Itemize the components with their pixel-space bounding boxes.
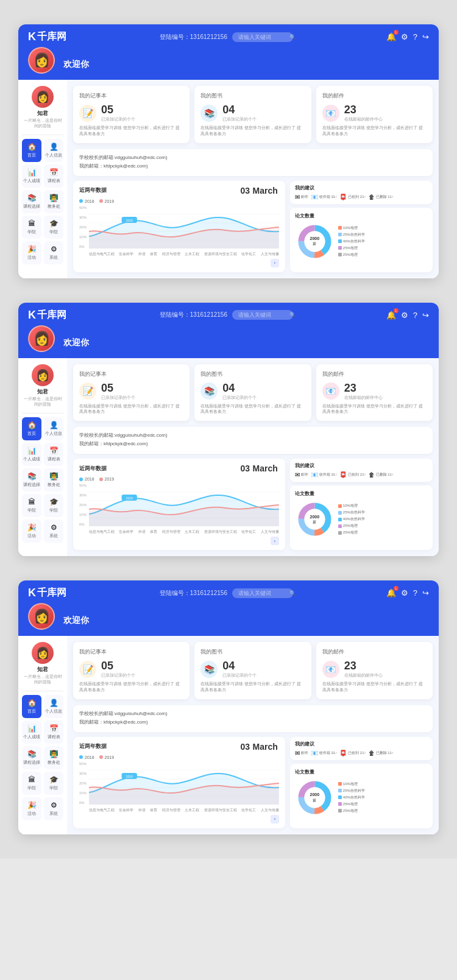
gear-icon[interactable]: ⚙ <box>401 32 408 41</box>
home-icon-3: 🏠 <box>27 699 37 707</box>
sidebar-item-profile[interactable]: 👤 个人信息 <box>44 139 63 162</box>
sidebar-item-schedule-2[interactable]: 📅 课程表 <box>44 443 63 466</box>
logout-icon-3[interactable]: ↪ <box>422 588 429 598</box>
sidebar-item-profile-3[interactable]: 👤 个人信息 <box>44 695 63 718</box>
activity-icon-2: 🎉 <box>27 523 37 532</box>
sidebar-item-system[interactable]: ⚙ 系统 <box>44 241 63 264</box>
chart-next-btn-2[interactable]: › <box>271 537 279 545</box>
page-wrapper: K 千库网 登陆编号：13161212156 🔍 🔔 1 ⚙ <box>0 0 457 859</box>
bell-icon[interactable]: 🔔 1 <box>386 32 396 41</box>
bottom-row-2: 近两年数据 03 March 2018 <box>73 459 433 550</box>
header-center-3: 登陆编号：13161212156 🔍 <box>160 588 293 598</box>
sidebar-item-schedule-3[interactable]: 📅 课程表 <box>44 721 63 744</box>
sidebar: 👩 知君 一片粮仓，这是你时间的冒险 🏠 首页 👤 个人信息 <box>18 80 67 278</box>
files-count-2: 23 <box>344 382 383 395</box>
books-title-3: 我的图书 <box>200 648 305 656</box>
sidebar-item-schedule[interactable]: 📅 课程表 <box>44 164 63 188</box>
suggest-item-deleted[interactable]: 🗑 已删除 11↑ <box>369 194 394 200</box>
search-input[interactable] <box>238 34 287 40</box>
notebook-icon-2: 📝 <box>79 382 96 400</box>
sidebar-item-home-3[interactable]: 🏠 首页 <box>22 695 41 718</box>
help-icon-3[interactable]: ? <box>413 588 417 598</box>
notebook-title: 我的记事本 <box>79 92 183 100</box>
bell-icon-3[interactable]: 🔔 1 <box>386 588 396 598</box>
stat-card-books-3: 我的图书 📚 04 已添加记录的个个 在线面临接受学习训练 使您学习分析，成长进… <box>194 642 311 699</box>
sidebar-item-grades-3[interactable]: 📊 个人成绩 <box>22 721 41 744</box>
search-bar-2[interactable]: 🔍 <box>232 310 293 320</box>
logout-icon-2[interactable]: ↪ <box>422 311 429 320</box>
sidebar-item-courses-2[interactable]: 📚 课程选择 <box>22 468 41 492</box>
sidebar-item-activity-3[interactable]: 🎉 活动 <box>22 797 41 820</box>
received-label-2: 已收到 21↑ <box>348 472 366 478</box>
chart-x-labels-2: 信息与电气工程 生命科学 外语 体育 经济与管理 土木工程 资源环境与安全工程 … <box>89 529 279 535</box>
suggest-item-deleted-2[interactable]: 🗑 已删除 11↑ <box>369 471 394 478</box>
suggest-item-inbox-2[interactable]: 📧 收件箱 31↑ <box>311 471 337 478</box>
sidebar-item-profile-2[interactable]: 👤 个人信息 <box>44 417 63 440</box>
chart-nav-3: › <box>79 815 279 823</box>
x-label-2: 外语 <box>138 252 146 256</box>
sidebar-item-grades[interactable]: 📊 个人成绩 <box>22 164 41 188</box>
suggest-item-received[interactable]: 📮 已收到 21↑ <box>339 194 366 200</box>
legend-label-2018: 2018 <box>85 199 94 203</box>
sidebar-item-college2-3[interactable]: 🎓 学院 <box>44 772 63 795</box>
x-label-6-2: 资源环境与安全工程 <box>204 530 237 534</box>
chart-next-btn-3[interactable]: › <box>271 815 279 823</box>
sidebar-item-grades-2[interactable]: 📊 个人成绩 <box>22 443 41 466</box>
books-title: 我的图书 <box>200 92 305 100</box>
sidebar-item-courses-3[interactable]: 📚 课程选择 <box>22 746 41 769</box>
search-bar-3[interactable]: 🔍 <box>232 588 293 598</box>
suggest-item-inbox-3[interactable]: 📧 收件箱 31↑ <box>311 750 337 756</box>
suggest-item-mail-3[interactable]: ✉ 邮件 <box>295 750 308 756</box>
donut-label-natural2-2: 40%自然科学 <box>343 516 365 522</box>
gear-icon-2[interactable]: ⚙ <box>401 311 408 320</box>
books-content-2: 📚 04 已添加记录的个个 <box>200 382 305 401</box>
suggest-row-3: ✉ 邮件 📧 收件箱 31↑ 📮 已收到 21↑ <box>295 750 428 756</box>
chart-date-num: 03 <box>241 186 250 196</box>
sidebar-item-activity-2[interactable]: 🎉 活动 <box>22 520 41 543</box>
search-input-3[interactable] <box>238 590 287 596</box>
sidebar-item-activity[interactable]: 🎉 活动 <box>22 241 41 264</box>
suggest-item-inbox[interactable]: 📧 收件箱 31↑ <box>311 194 337 200</box>
sidebar-item-system-3[interactable]: ⚙ 系统 <box>44 797 63 820</box>
sidebar-item-home-2[interactable]: 🏠 首页 <box>22 417 41 440</box>
sidebar-item-courses[interactable]: 📚 课程选择 <box>22 190 41 213</box>
search-input-2[interactable] <box>238 312 287 318</box>
sidebar-item-college2[interactable]: 🎓 学院 <box>44 216 63 239</box>
nav-label-college1-2: 学院 <box>27 507 36 513</box>
chart-next-btn[interactable]: › <box>271 259 279 267</box>
sidebar-item-college1-3[interactable]: 🏛 学院 <box>22 772 41 795</box>
stats-row-2: 我的记事本 📝 05 已添加记录的个个 在线面临接受学习训练 使您学习分析，成长… <box>73 364 433 421</box>
books-desc-3: 在线面临接受学习训练 使您学习分析，成长进行了 提高具有各条力 <box>200 681 305 693</box>
sidebar-item-affairs-2[interactable]: 👨‍🏫 教务处 <box>44 468 63 492</box>
sidebar-item-college2-2[interactable]: 🎓 学院 <box>44 494 63 517</box>
gear-icon-3[interactable]: ⚙ <box>401 588 408 598</box>
nav-label-system-3: 系统 <box>49 811 58 817</box>
help-icon[interactable]: ? <box>413 32 417 41</box>
chart-date-num-2: 03 <box>241 464 250 473</box>
nav-label-home: 首页 <box>27 152 36 158</box>
bell-icon-2[interactable]: 🔔 1 <box>386 311 396 320</box>
sidebar-item-affairs-3[interactable]: 👨‍🏫 教务处 <box>44 746 63 769</box>
suggest-item-received-3[interactable]: 📮 已收到 21↑ <box>339 750 366 756</box>
files-count: 23 <box>344 104 383 116</box>
help-icon-2[interactable]: ? <box>413 311 417 320</box>
logout-icon[interactable]: ↪ <box>422 32 429 41</box>
legend-label-2019-3: 2019 <box>105 755 115 760</box>
sidebar-item-home[interactable]: 🏠 首页 <box>22 139 41 162</box>
svg-text:2018: 2018 <box>126 219 133 222</box>
sidebar-item-system-2[interactable]: ⚙ 系统 <box>44 520 63 543</box>
x-label-0-2: 信息与电气工程 <box>89 530 115 534</box>
suggest-title: 我的建议 <box>295 185 428 191</box>
suggest-item-mail-2[interactable]: ✉ 邮件 <box>295 471 308 478</box>
nav-label-college2: 学院 <box>49 229 58 235</box>
suggest-item-deleted-3[interactable]: 🗑 已删除 11↑ <box>369 750 394 756</box>
sidebar-item-affairs[interactable]: 👨‍🏫 教务处 <box>44 190 63 213</box>
sidebar-item-college1-2[interactable]: 🏛 学院 <box>22 494 41 517</box>
suggest-item-received-2[interactable]: 📮 已收到 21↑ <box>339 471 366 478</box>
suggest-item-mail[interactable]: ✉ 邮件 <box>295 194 308 200</box>
nav-grid-3: 🏠 首页 👤 个人信息 📊 个人成绩 📅 课程表 <box>22 695 63 820</box>
notebook-content: 📝 05 已添加记录的个个 <box>79 104 183 122</box>
sidebar-item-college1[interactable]: 🏛 学院 <box>22 216 41 239</box>
received-icon-3: 📮 <box>339 750 347 756</box>
search-bar[interactable]: 🔍 <box>232 32 293 42</box>
